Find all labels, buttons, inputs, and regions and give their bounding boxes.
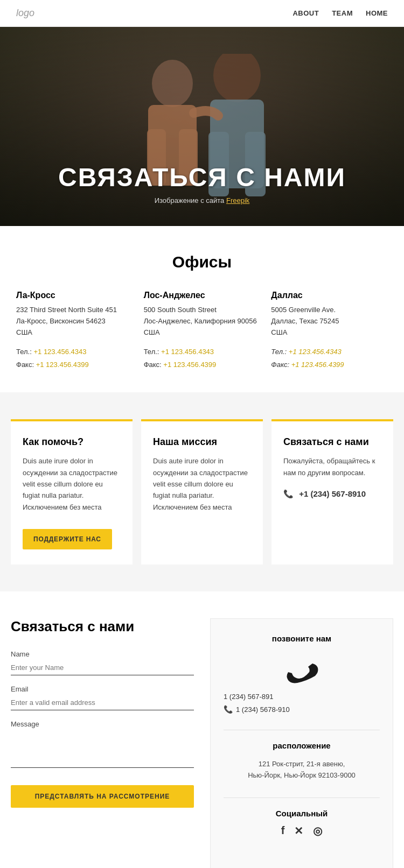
hero-link[interactable]: Freepik <box>226 196 249 204</box>
card-mission-title: Наша миссия <box>153 436 251 448</box>
instagram-icon[interactable]: ◎ <box>313 824 322 837</box>
office-address-1: 500 South South StreetЛос-Анджелес, Кали… <box>144 305 261 338</box>
location-address: 121 Рок-стрит, 21-я авеню,Нью-Йорк, Нью-… <box>224 759 380 781</box>
cards-section: Как помочь? Duis aute irure dolor in осу… <box>0 392 404 591</box>
call-block: позвоните нам 1 (234) 567-891 📞 1 (234) … <box>224 634 380 714</box>
card-contact-title: Связаться с нами <box>283 436 381 448</box>
email-input[interactable] <box>11 695 194 710</box>
form-side: Связаться с нами Name Email Message ПРЕД… <box>11 618 194 808</box>
office-fax-0[interactable]: +1 123.456.4399 <box>36 361 89 369</box>
office-contact-2: Тел.: +1 123.456.4343 Факс: +1 123.456.4… <box>271 345 388 371</box>
twitter-x-icon[interactable]: ✕ <box>294 824 303 837</box>
hero-subtitle: Изображение с сайта Freepik <box>58 196 346 204</box>
message-field-group: Message <box>11 720 194 770</box>
office-tel-0[interactable]: +1 123.456.4343 <box>33 348 86 356</box>
location-block: расположение 121 Рок-стрит, 21-я авеню,Н… <box>224 741 380 781</box>
card-help-text: Duis aute irure dolor in осуждении за сл… <box>23 455 121 513</box>
phone-icon: 📞 <box>283 489 294 498</box>
phone2-icon: 📞 <box>224 705 233 714</box>
offices-section: Офисы Ла-Кросс 232 Third Street North Su… <box>0 226 404 392</box>
name-field-group: Name <box>11 650 194 675</box>
hero-section: СВЯЗАТЬСЯ С НАМИ Изображение с сайта Fre… <box>0 27 404 226</box>
offices-title: Офисы <box>16 253 388 271</box>
contact-section: Связаться с нами Name Email Message ПРЕД… <box>0 591 404 868</box>
location-title: расположение <box>224 741 380 750</box>
office-city-2: Даллас <box>271 291 388 300</box>
card-contact: Связаться с нами Пожалуйста, обращайтесь… <box>271 419 393 564</box>
support-button[interactable]: ПОДДЕРЖИТЕ НАС <box>23 529 112 549</box>
logo: logo <box>16 8 34 19</box>
office-city-1: Лос-Анджелес <box>144 291 261 300</box>
message-label: Message <box>11 720 194 728</box>
nav-team[interactable]: TEAM <box>332 9 353 17</box>
office-card-lacrosse: Ла-Кросс 232 Third Street North Suite 45… <box>16 291 133 371</box>
svg-point-4 <box>213 54 261 102</box>
form-title: Связаться с нами <box>11 618 194 635</box>
info-side: позвоните нам 1 (234) 567-891 📞 1 (234) … <box>210 618 393 868</box>
office-fax-1[interactable]: +1 123.456.4399 <box>163 361 216 369</box>
office-contact-1: Тел.: +1 123.456.4343 Факс: +1 123.456.4… <box>144 345 261 371</box>
call-title: позвоните нам <box>224 634 380 643</box>
phone2: 📞 1 (234) 5678-910 <box>224 705 380 714</box>
card-help: Как помочь? Duis aute irure dolor in осу… <box>11 419 133 564</box>
card-mission-text: Duis aute irure dolor in осуждении за сл… <box>153 455 251 513</box>
social-title: Социальный <box>224 809 380 818</box>
nav: ABOUT TEAM HOME <box>292 9 388 17</box>
email-field-group: Email <box>11 685 194 710</box>
header: logo ABOUT TEAM HOME <box>0 0 404 27</box>
divider-1 <box>224 730 380 730</box>
office-address-0: 232 Third Street North Suite 451Ла-Кросс… <box>16 305 133 338</box>
card-contact-text: Пожалуйста, обращайтесь к нам по другим … <box>283 455 381 478</box>
facebook-icon[interactable]: f <box>281 824 285 837</box>
office-city-0: Ла-Кросс <box>16 291 133 300</box>
nav-home[interactable]: HOME <box>366 9 388 17</box>
email-label: Email <box>11 685 194 693</box>
message-input[interactable] <box>11 730 194 768</box>
phone-big-icon <box>280 652 323 684</box>
name-input[interactable] <box>11 660 194 675</box>
submit-button[interactable]: ПРЕДСТАВЛЯТЬ НА РАССМОТРЕНИЕ <box>11 785 194 808</box>
hero-content: СВЯЗАТЬСЯ С НАМИ Изображение с сайта Fre… <box>58 163 346 204</box>
office-card-dallas: Даллас 5005 Greenville Ave.Даллас, Техас… <box>271 291 388 371</box>
name-label: Name <box>11 650 194 658</box>
nav-about[interactable]: ABOUT <box>292 9 319 17</box>
office-fax-2[interactable]: +1 123.456.4399 <box>291 361 344 369</box>
cards-grid: Как помочь? Duis aute irure dolor in осу… <box>11 419 393 564</box>
social-icons: f ✕ ◎ <box>224 824 380 837</box>
office-tel-2[interactable]: +1 123.456.4343 <box>289 348 342 356</box>
card-mission: Наша миссия Duis aute irure dolor in осу… <box>141 419 263 564</box>
card-phone: 📞 +1 (234) 567-8910 <box>283 489 381 499</box>
office-tel-1[interactable]: +1 123.456.4343 <box>161 348 214 356</box>
hero-title: СВЯЗАТЬСЯ С НАМИ <box>58 163 346 192</box>
offices-grid: Ла-Кросс 232 Third Street North Suite 45… <box>16 291 388 371</box>
card-help-title: Как помочь? <box>23 436 121 448</box>
office-card-la: Лос-Анджелес 500 South South StreetЛос-А… <box>144 291 261 371</box>
divider-2 <box>224 798 380 798</box>
office-address-2: 5005 Greenville Ave.Даллас, Техас 75245С… <box>271 305 388 338</box>
phone1: 1 (234) 567-891 <box>224 693 380 701</box>
svg-point-0 <box>152 60 193 107</box>
social-block: Социальный f ✕ ◎ <box>224 809 380 837</box>
office-contact-0: Тел.: +1 123.456.4343 Факс: +1 123.456.4… <box>16 345 133 371</box>
